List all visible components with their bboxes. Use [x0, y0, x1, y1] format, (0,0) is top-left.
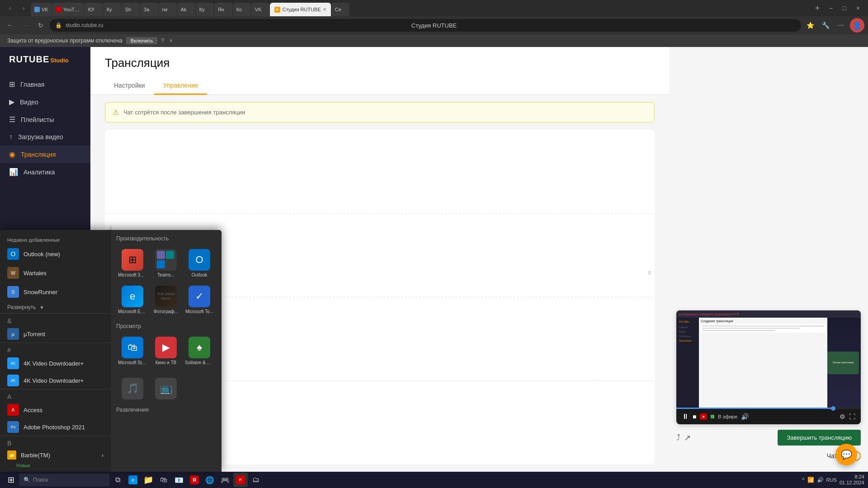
start-item-wartales[interactable]: W Wartales	[0, 263, 111, 282]
tray-chevron[interactable]: ^	[802, 477, 805, 483]
enable-protection-button[interactable]: Включить	[126, 37, 157, 44]
taskbar-search[interactable]: 🔍 Поиск	[19, 474, 109, 486]
browser-refresh[interactable]: ↻	[34, 19, 47, 32]
start-item-snowrunner[interactable]: S SnowRunner	[0, 282, 111, 301]
sidebar-item-video[interactable]: ▶ Видео	[0, 93, 90, 111]
end-broadcast-button[interactable]: Завершить трансляцию	[778, 430, 861, 446]
browser-tab[interactable]: VK	[31, 3, 52, 16]
logo-studio: Studio	[50, 57, 68, 64]
taskbar-app-edge[interactable]: e	[126, 473, 140, 487]
external-link-icon[interactable]: ↗	[684, 433, 691, 443]
taskbar-app-yandex[interactable]: Я	[187, 473, 202, 487]
start-item-photoshop[interactable]: Ps Adobe Photoshop 2021	[0, 418, 111, 436]
maximize-button[interactable]: □	[838, 2, 851, 14]
browser-tab[interactable]: Се	[331, 3, 349, 16]
start-item-4k-1[interactable]: 4K 4K Video Downloader+	[0, 355, 111, 372]
warning-close-icon[interactable]: ×	[170, 38, 173, 44]
app-grid-item-msstore[interactable]: 🛍 Microsoft Store	[116, 333, 149, 369]
sidebar-item-upload[interactable]: ↑ Загрузка видео	[0, 128, 90, 145]
keyboard-icon[interactable]: RUS	[826, 477, 837, 483]
app-grid-item-group[interactable]: Teams...	[150, 245, 182, 281]
start-item-by-deception[interactable]: 📁 by Deception ›	[0, 469, 111, 472]
start-letter-b: B	[0, 436, 111, 448]
browser-tab[interactable]: Ку	[196, 3, 214, 16]
stop-icon[interactable]: ■	[693, 413, 696, 420]
view-section-title: Просмотр	[116, 323, 216, 329]
start-item-4k-2[interactable]: 4K 4K Video Downloader+	[0, 372, 111, 389]
browser-tab[interactable]: Ян	[214, 3, 232, 16]
sidebar-item-home[interactable]: ⊞ Главная	[0, 75, 90, 93]
taskbar-app-extra[interactable]: 🗂	[249, 473, 263, 487]
forward-button[interactable]: ›	[17, 2, 30, 14]
volume-tray-icon[interactable]: 🔊	[817, 477, 824, 483]
more-button[interactable]: ⋯	[835, 19, 847, 32]
analytics-icon: 📊	[9, 168, 18, 176]
chart-zero-label: 0	[648, 270, 651, 276]
app-grid-item-m365[interactable]: ⊞ Microsoft 365...	[116, 245, 149, 281]
volume-icon[interactable]: 🔊	[741, 413, 749, 420]
close-button[interactable]: ×	[852, 2, 864, 14]
expand-button[interactable]: Развернуть ▼	[0, 301, 111, 313]
browser-tab[interactable]: Sh	[122, 3, 140, 16]
search-icon: 🔍	[24, 477, 30, 483]
app-grid-item-outlook[interactable]: O Outlook	[183, 245, 216, 281]
page-title: Трансляция	[105, 56, 655, 70]
app-grid-item-solitaire[interactable]: ♠ Solitaire & Ca...	[183, 333, 216, 369]
start-item-amp[interactable]: μ μTorrent	[0, 325, 111, 343]
browser-tab[interactable]: Ко	[233, 3, 251, 16]
sidebar-item-playlists[interactable]: ☰ Плейлисты	[0, 111, 90, 128]
app-grid-item-kino[interactable]: ▶ Кино и ТВ	[150, 333, 182, 369]
browser-forward[interactable]: →	[19, 19, 32, 32]
home-icon: ⊞	[9, 80, 15, 89]
start-item-barbie[interactable]: 📁 Barbie(TM) ›	[0, 448, 111, 462]
app-grid-item-todo[interactable]: ✓ Microsoft To...	[183, 282, 216, 318]
browser-tab[interactable]: ne	[159, 3, 177, 16]
system-tray: ^ 📶 🔊 RUS 8:24 01.12.2024	[802, 474, 864, 486]
taskbar-app-discord[interactable]: R	[233, 473, 248, 487]
share-icon[interactable]: ⤴	[676, 433, 680, 443]
browser-tab[interactable]: Ю!	[85, 3, 103, 16]
start-letter-a: A	[0, 389, 111, 401]
browser-tab[interactable]: За	[140, 3, 158, 16]
app-grid-item-edge[interactable]: e Microsoft Edge	[116, 282, 149, 318]
video-preview: ● Facebook и Instagram запрещены в РФ RU…	[676, 310, 861, 424]
warning-text: Защита от вредоносных программ отключена	[7, 38, 123, 44]
bookmark-button[interactable]: ⭐	[804, 19, 816, 32]
taskbar-app-files[interactable]: 📁	[141, 473, 156, 487]
start-button[interactable]: ⊞	[4, 473, 18, 487]
tab-management[interactable]: Управление	[154, 77, 208, 95]
active-tab[interactable]: R Студия RUTUBE ×	[270, 3, 331, 16]
browser-tab[interactable]: Ak	[177, 3, 195, 16]
taskbar-app-chrome[interactable]: 🌐	[203, 473, 217, 487]
sidebar-item-analytics[interactable]: 📊 Аналитика	[0, 163, 90, 181]
taskbar-app-mail[interactable]: 📧	[172, 473, 186, 487]
browser-tab[interactable]: VK	[251, 3, 269, 16]
page-title-center: Студия RUTUBE	[411, 22, 457, 29]
network-icon[interactable]: 📶	[807, 477, 814, 483]
warning-help-icon[interactable]: ?	[161, 38, 164, 44]
minimize-button[interactable]: −	[825, 2, 837, 14]
start-item-outlook[interactable]: O Outlook (new)	[0, 244, 111, 263]
clock[interactable]: 8:24 01.12.2024	[840, 474, 864, 486]
new-tab-button[interactable]: +	[811, 2, 824, 14]
settings-video-icon[interactable]: ⚙	[840, 413, 845, 420]
profile-avatar[interactable]: 👤	[850, 18, 864, 33]
app-grid-item-ent2[interactable]: 📺	[150, 374, 182, 405]
app-grid-item-ent1[interactable]: 🎵	[116, 374, 149, 405]
sidebar-item-broadcast[interactable]: ◉ Трансляция	[0, 145, 90, 163]
play-pause-icon[interactable]: ⏸	[682, 413, 689, 421]
start-item-access[interactable]: A Access	[0, 401, 111, 418]
floating-chat-button[interactable]: 💬	[835, 444, 857, 465]
fullscreen-icon[interactable]: ⛶	[849, 413, 855, 420]
browser-tab[interactable]: Ку	[103, 3, 121, 16]
app-grid-item-game[interactable]: THE DEADDemo Фотограф...	[150, 282, 182, 318]
browser-back[interactable]: ←	[4, 19, 16, 32]
taskbar-app-store[interactable]: 🛍	[156, 473, 171, 487]
tab-close-icon[interactable]: ×	[323, 6, 326, 13]
browser-tab[interactable]: YouTube (4)	[52, 3, 84, 16]
extensions-button[interactable]: 🔧	[819, 19, 832, 32]
taskbar-task-view[interactable]: ⧉	[110, 473, 125, 487]
tab-settings[interactable]: Настройки	[105, 77, 154, 95]
back-button[interactable]: ‹	[4, 2, 16, 14]
taskbar-app-steam[interactable]: 🎮	[218, 473, 232, 487]
